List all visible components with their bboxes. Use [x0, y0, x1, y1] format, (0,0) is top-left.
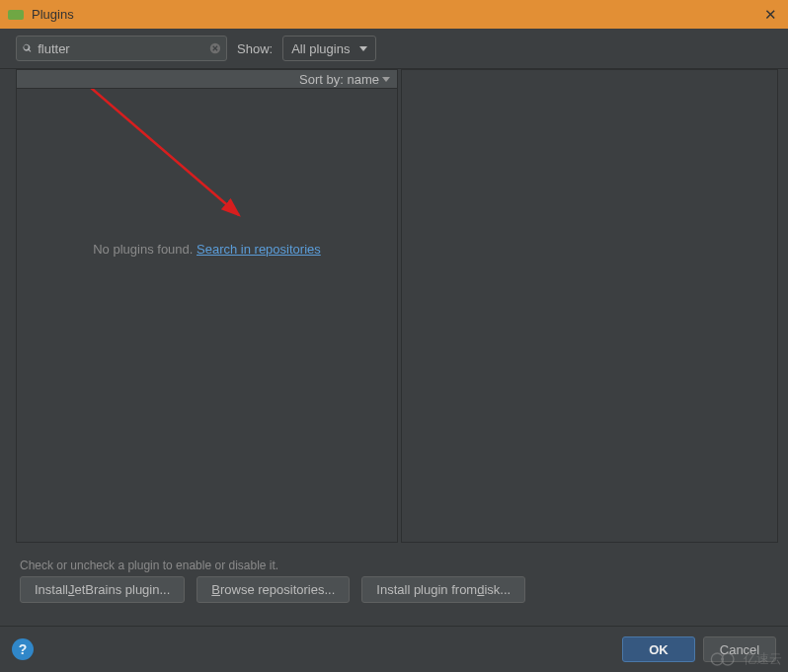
search-repositories-link[interactable]: Search in repositories — [197, 242, 321, 257]
annotation-arrow — [17, 89, 399, 385]
sort-label: Sort by: name — [299, 72, 379, 87]
app-icon — [8, 10, 24, 20]
install-from-disk-button[interactable]: Install plugin from disk... — [361, 576, 525, 603]
hint-text: Check or uncheck a plugin to enable or d… — [20, 559, 768, 572]
search-field[interactable] — [16, 36, 227, 61]
help-icon[interactable]: ? — [12, 638, 34, 660]
chevron-down-icon — [382, 77, 390, 82]
clear-icon[interactable] — [209, 39, 221, 57]
toolbar: Show: All plugins — [0, 29, 788, 69]
show-selected-value: All plugins — [291, 41, 350, 56]
show-dropdown[interactable]: All plugins — [282, 36, 376, 61]
plugin-detail-pane — [401, 69, 778, 543]
sort-bar[interactable]: Sort by: name — [16, 69, 398, 89]
titlebar: Plugins ✕ — [0, 0, 788, 29]
install-jetbrains-button[interactable]: Install JetBrains plugin... — [20, 576, 185, 603]
empty-message: No plugins found. Search in repositories — [17, 242, 397, 257]
close-icon[interactable]: ✕ — [760, 6, 780, 24]
action-bar: Install JetBrains plugin... Browse repos… — [20, 576, 525, 603]
footer: ? OK Cancel — [0, 626, 788, 672]
window-title: Plugins — [32, 7, 760, 22]
search-input[interactable] — [32, 41, 209, 56]
plugin-list-pane: Sort by: name No plugins found. Search i… — [16, 69, 398, 543]
search-icon — [23, 41, 32, 55]
svg-line-1 — [76, 89, 239, 215]
plugin-list: No plugins found. Search in repositories — [16, 89, 398, 543]
show-label: Show: — [237, 41, 273, 56]
browse-repositories-button[interactable]: Browse repositories... — [197, 576, 350, 603]
body-area: Sort by: name No plugins found. Search i… — [16, 69, 778, 543]
ok-button[interactable]: OK — [622, 636, 695, 662]
empty-prefix: No plugins found. — [93, 242, 197, 257]
cancel-button[interactable]: Cancel — [703, 636, 776, 662]
